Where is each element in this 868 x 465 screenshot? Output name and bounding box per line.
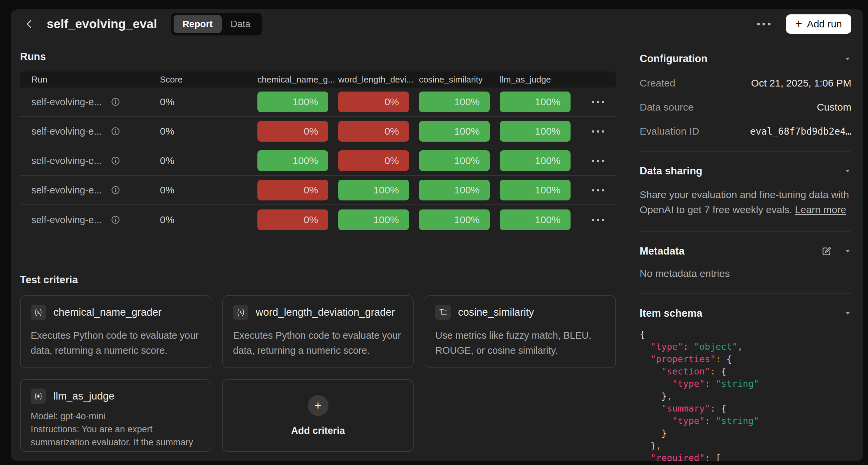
table-row: self-evolving-e...0%0%100%100%100%	[20, 176, 616, 205]
grade-badge[interactable]: 100%	[257, 150, 328, 171]
grade-badge[interactable]: 0%	[338, 91, 409, 112]
grade-badge[interactable]: 100%	[500, 91, 570, 112]
grade-badge[interactable]: 0%	[257, 209, 328, 230]
more-menu-button[interactable]	[754, 19, 774, 29]
info-icon[interactable]	[111, 156, 121, 166]
grade-badge[interactable]: 100%	[338, 209, 409, 230]
grade-badge[interactable]: 100%	[500, 150, 570, 171]
criteria-card-title: chemical_name_grader	[54, 306, 162, 318]
column-header-grader: cosine_similarity	[419, 75, 500, 85]
row-menu-button[interactable]	[589, 97, 608, 107]
column-header-grader: chemical_name_g...	[257, 75, 338, 85]
row-menu-button[interactable]	[589, 215, 608, 225]
row-menu-button[interactable]	[589, 156, 608, 165]
grade-badge[interactable]: 0%	[257, 180, 328, 200]
add-run-button[interactable]: + Add run	[786, 14, 851, 34]
edit-metadata-button[interactable]	[820, 245, 833, 257]
tab-data[interactable]: Data	[222, 15, 259, 33]
run-name-link[interactable]: self-evolving-e...	[31, 126, 160, 137]
criteria-card-header: cosine_similarity	[435, 304, 605, 320]
run-name-label: self-evolving-e...	[31, 126, 102, 137]
test-criteria-cards: chemical_name_graderExecutes Python code…	[20, 295, 616, 452]
code-line: {	[640, 328, 851, 340]
info-icon[interactable]	[111, 97, 121, 107]
chevron-down-icon[interactable]	[844, 167, 851, 175]
config-label: Created	[640, 78, 751, 89]
criteria-card-title: word_length_deviation_grader	[256, 306, 395, 318]
tab-report[interactable]: Report	[174, 15, 222, 33]
column-header-grader: word_length_devi...	[338, 75, 419, 85]
criteria-card-llm_as_judge[interactable]: llm_as_judgeModel: gpt-4o-miniInstructio…	[20, 379, 211, 452]
grade-badge[interactable]: 100%	[338, 180, 409, 200]
run-name-link[interactable]: self-evolving-e...	[31, 214, 160, 226]
grade-badge[interactable]: 0%	[257, 121, 328, 142]
report-pane: Runs RunScorechemical_name_g...word_leng…	[11, 39, 628, 461]
config-value: eval_68f7bd9db2e4…	[750, 126, 851, 137]
info-icon[interactable]	[111, 126, 121, 136]
python-grader-icon	[31, 304, 46, 320]
back-button[interactable]	[21, 16, 38, 33]
view-tabs: ReportData	[171, 13, 262, 35]
grade-badge[interactable]: 100%	[500, 180, 570, 200]
info-icon[interactable]	[111, 185, 121, 195]
run-name-label: self-evolving-e...	[31, 155, 102, 166]
row-menu-button[interactable]	[589, 127, 608, 136]
run-name-link[interactable]: self-evolving-e...	[31, 155, 160, 166]
grade-badge[interactable]: 100%	[500, 121, 570, 142]
run-score: 0%	[160, 96, 257, 108]
chevron-down-icon[interactable]	[844, 310, 851, 317]
text-similarity-icon	[435, 304, 451, 320]
config-label: Evaluation ID	[640, 125, 750, 137]
llm-judge-icon	[31, 388, 46, 404]
python-grader-icon	[233, 304, 248, 320]
configuration-row: Data sourceCustom	[640, 101, 851, 113]
grade-badge[interactable]: 100%	[500, 209, 570, 230]
grade-badge[interactable]: 100%	[419, 209, 490, 230]
criteria-card-chemical_name_grader[interactable]: chemical_name_graderExecutes Python code…	[20, 295, 211, 368]
table-row: self-evolving-e...0%100%0%100%100%	[20, 88, 616, 117]
grade-badge[interactable]: 100%	[419, 121, 490, 142]
page-title: self_evolving_eval	[47, 17, 157, 31]
grade-badge[interactable]: 100%	[419, 91, 490, 112]
code-line: "required": [	[640, 452, 851, 461]
config-value: Oct 21, 2025, 1:06 PM	[751, 78, 851, 89]
grade-badge[interactable]: 100%	[419, 150, 490, 171]
criteria-card-header: llm_as_judge	[31, 388, 200, 404]
grade-badge[interactable]: 0%	[338, 150, 409, 171]
code-line: "type": "string"	[640, 377, 851, 390]
criteria-card-title: cosine_similarity	[458, 306, 534, 318]
run-name-label: self-evolving-e...	[31, 185, 102, 196]
runs-section-title: Runs	[20, 51, 616, 63]
run-name-link[interactable]: self-evolving-e...	[31, 185, 160, 196]
add-run-label: Add run	[807, 18, 842, 30]
chevron-down-icon[interactable]	[844, 55, 851, 62]
metadata-section: Metadata No metadata entries	[640, 232, 851, 294]
grade-badge[interactable]: 100%	[257, 91, 328, 112]
info-icon[interactable]	[111, 215, 121, 225]
run-score: 0%	[160, 125, 257, 137]
code-line: },	[640, 390, 851, 402]
column-header-run: Run	[31, 75, 160, 85]
grade-badge[interactable]: 100%	[419, 180, 490, 200]
grade-badge[interactable]: 0%	[338, 121, 409, 142]
item-schema-section: Item schema { "type": "object", "propert…	[640, 294, 851, 461]
row-menu-button[interactable]	[589, 186, 608, 195]
column-header-grader: llm_as_judge	[500, 75, 581, 85]
table-row: self-evolving-e...0%0%100%100%100%	[20, 205, 616, 234]
metadata-empty-text: No metadata entries	[640, 268, 851, 279]
configuration-title: Configuration	[640, 53, 844, 65]
criteria-card-word_length_deviation_grader[interactable]: word_length_deviation_graderExecutes Pyt…	[222, 295, 414, 368]
runs-table-header: RunScorechemical_name_g...word_length_de…	[20, 71, 616, 88]
add-criteria-card[interactable]: +Add criteria	[222, 379, 414, 452]
learn-more-link[interactable]: Learn more	[795, 204, 846, 215]
details-sidebar: Configuration CreatedOct 21, 2025, 1:06 …	[628, 39, 863, 461]
configuration-row: CreatedOct 21, 2025, 1:06 PM	[640, 78, 851, 89]
criteria-card-description: Model: gpt-4o-miniInstructions: You are …	[31, 410, 200, 452]
chevron-down-icon[interactable]	[844, 248, 851, 255]
code-line: "section": {	[640, 365, 851, 377]
item-schema-title: Item schema	[640, 307, 844, 319]
run-name-link[interactable]: self-evolving-e...	[31, 96, 160, 108]
criteria-card-cosine_similarity[interactable]: cosine_similarityUse metrics like fuzzy …	[425, 295, 616, 368]
run-name-label: self-evolving-e...	[31, 96, 102, 108]
criteria-card-description: Executes Python code to evaluate your da…	[31, 328, 200, 358]
